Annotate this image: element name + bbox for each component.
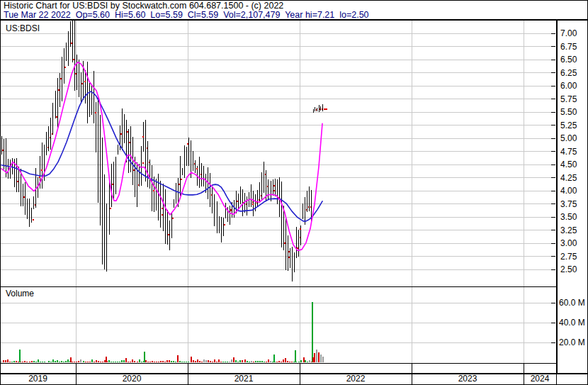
svg-text:5.00: 5.00 bbox=[560, 133, 577, 143]
volume-bars bbox=[1, 302, 324, 362]
svg-text:2019: 2019 bbox=[28, 374, 47, 384]
svg-text:4.00: 4.00 bbox=[560, 186, 577, 196]
svg-text:3.75: 3.75 bbox=[560, 199, 577, 209]
svg-text:4.25: 4.25 bbox=[560, 173, 577, 183]
svg-text:2020: 2020 bbox=[123, 374, 142, 384]
svg-text:5.25: 5.25 bbox=[560, 121, 577, 130]
gridlines bbox=[1, 21, 555, 363]
quote-summary-line: Tue Mar 22 2022 Op=5.60 Hi=5.60 Lo=5.59 … bbox=[4, 10, 369, 20]
svg-text:6.75: 6.75 bbox=[560, 42, 577, 52]
chart-header: Historic Chart for US:BDSI by Stockwatch… bbox=[1, 1, 587, 21]
svg-text:60.0 M: 60.0 M bbox=[559, 298, 585, 308]
svg-text:2023: 2023 bbox=[458, 374, 477, 384]
svg-text:4.50: 4.50 bbox=[560, 160, 577, 169]
volume-panel-label: Volume bbox=[6, 289, 34, 298]
svg-text:5.75: 5.75 bbox=[560, 94, 577, 104]
chart-frame bbox=[0, 1, 588, 385]
svg-text:3.25: 3.25 bbox=[560, 225, 577, 235]
svg-text:5.50: 5.50 bbox=[560, 107, 577, 117]
svg-text:20.0 M: 20.0 M bbox=[559, 337, 585, 347]
chart-title: Historic Chart for US:BDSI by Stockwatch… bbox=[4, 1, 283, 11]
svg-text:2.50: 2.50 bbox=[560, 264, 577, 274]
historic-price-volume-chart: 7.006.756.506.256.005.755.505.255.004.75… bbox=[0, 0, 588, 385]
svg-text:3.00: 3.00 bbox=[560, 238, 577, 248]
ma-fast-line bbox=[1, 62, 322, 251]
svg-text:2022: 2022 bbox=[346, 374, 366, 384]
svg-text:2021: 2021 bbox=[234, 374, 254, 384]
svg-text:2024: 2024 bbox=[531, 374, 550, 384]
symbol-label: US:BDSI bbox=[6, 23, 40, 33]
price-axis-labels: 7.006.756.506.256.005.755.505.255.004.75… bbox=[551, 28, 577, 274]
year-axis-labels: 201920202021202220232024 bbox=[28, 374, 550, 384]
svg-text:3.50: 3.50 bbox=[560, 212, 577, 222]
svg-text:6.00: 6.00 bbox=[560, 81, 577, 91]
svg-text:6.50: 6.50 bbox=[560, 55, 577, 65]
svg-text:40.0 M: 40.0 M bbox=[559, 318, 585, 328]
svg-text:7.00: 7.00 bbox=[560, 28, 577, 38]
svg-text:2.75: 2.75 bbox=[560, 252, 577, 262]
stockwatch-chart-window: Historic Chart for US:BDSI by Stockwatch… bbox=[0, 0, 588, 385]
svg-text:4.75: 4.75 bbox=[560, 147, 577, 157]
svg-text:6.25: 6.25 bbox=[560, 68, 577, 78]
